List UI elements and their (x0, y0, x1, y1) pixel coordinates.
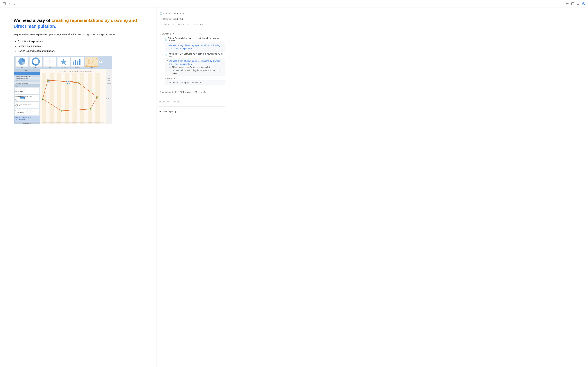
toolbar-left (3, 2, 16, 5)
list-item: Excel is not expressive. (18, 39, 143, 43)
bold-text: expressive (30, 40, 43, 43)
bullet-icon: • (167, 44, 168, 46)
tags-row: # Tags (0) Add tag... (159, 99, 225, 104)
doc-icon-2: 📄 (164, 54, 167, 56)
svg-rect-33 (77, 61, 78, 65)
svg-text:line 2's center.: line 2's center. (16, 91, 23, 92)
svg-text:picture: picture (108, 83, 111, 84)
svg-text:by: by (16, 99, 17, 100)
svg-point-110 (68, 81, 69, 83)
title-highlight-orange: creating representations by drawing and (52, 18, 137, 23)
svg-point-112 (67, 83, 68, 84)
svg-point-104 (78, 82, 79, 83)
svg-text:Draw line 6 from rect's top-le: Draw line 6 from rect's top-left, 21 px … (60, 70, 92, 72)
wb-item-2[interactable]: ⊞ Example (195, 91, 206, 93)
tags-label: # Tags (0) (159, 100, 169, 103)
svg-point-108 (42, 98, 43, 100)
svg-rect-32 (75, 60, 76, 65)
title-highlight-blue: Direct manipulation. (14, 24, 56, 29)
bold-text: dynamic (31, 45, 41, 47)
backlinks-label: Backlinks (3) (162, 33, 174, 35)
text-icon: T↕ (159, 23, 162, 26)
backlink2-link[interactable]: We need a way of creating representation… (169, 59, 223, 66)
svg-point-113 (69, 83, 69, 84)
backlink1-toggle[interactable]: ▼ 📄 Criteria for good dynamic representa… (162, 37, 225, 42)
bullet-icon-2: • (167, 59, 168, 62)
svg-point-105 (96, 97, 98, 98)
article-title: We need a way of creating representation… (14, 18, 143, 29)
view-mode-icon[interactable] (571, 2, 574, 5)
wb-item-1[interactable]: ⊞ Bret Victor (180, 91, 192, 93)
chevron-icon: ❮ (159, 33, 161, 35)
backlink1-link[interactable]: We need a way of creating representation… (169, 44, 223, 50)
add-tag-button[interactable]: Add tag... (173, 100, 182, 103)
created-row: 🕐 Created Jul 9, 2023 (159, 11, 225, 16)
backlinks-header[interactable]: ❮ Backlinks (3) (159, 32, 225, 36)
wb-icon-2: ⊞ (195, 91, 197, 93)
svg-text:pie: pie (21, 67, 22, 68)
svg-text:DAW: DAW (108, 73, 110, 74)
svg-text:pie-star: pie-star (61, 67, 66, 68)
svg-text:Measurements: Measurements (23, 123, 31, 124)
info-icon[interactable]: i (582, 2, 585, 5)
back-button[interactable] (8, 2, 11, 5)
updated-row: 🕐 Updated Jan 2, 2024 (159, 16, 225, 22)
svg-text:by 63.5%.: by 63.5%. (16, 105, 21, 107)
backlink1-title: Criteria for good dynamic representation… (168, 37, 225, 42)
backlink2-sub-item: This example is useful for constructing … (172, 66, 223, 75)
svg-text:bar chart: bar chart (75, 67, 80, 68)
eye-icon: 👁 (159, 110, 162, 113)
created-value: Jul 9, 2023 (173, 12, 184, 15)
svg-text:0.68  0.16  0.68  0.52  0.88  : 0.68 0.16 0.68 0.52 0.88 0.1 (15, 80, 29, 82)
view-popup-button[interactable]: 👁 View in popup (159, 108, 225, 115)
svg-text:FLOW: FLOW (106, 98, 109, 99)
svg-text:Draw line 6 from rect's top-le: Draw line 6 from rect's top-left, (16, 117, 32, 118)
divider-4 (159, 106, 225, 107)
backlink-item-1: ▼ 📄 Criteria for good dynamic representa… (162, 37, 225, 52)
outline-icon[interactable] (576, 2, 580, 5)
toolbar-right: ••• i (566, 2, 585, 5)
svg-point-111 (69, 81, 70, 83)
svg-text:0.9   0.68  0.68  0.52  0.24  : 0.9 0.68 0.68 0.52 0.24 0.1 (15, 78, 28, 79)
backlink3-toggle[interactable]: ▼ ⊞ Bret Victor (162, 77, 225, 80)
forward-button[interactable] (13, 2, 16, 5)
svg-rect-92 (72, 73, 77, 124)
db-icon: ⊞ (164, 77, 166, 80)
svg-text:-18 px vertically.: -18 px vertically. (16, 112, 24, 113)
svg-text:line: line (108, 75, 110, 76)
svg-rect-46 (14, 72, 40, 75)
svg-rect-34 (79, 59, 80, 65)
svg-rect-2 (571, 2, 574, 5)
clock-icon-2: 🕐 (159, 18, 162, 20)
count-row: T↕ Count 37 Words 254 Characters (159, 22, 225, 27)
svg-rect-31 (73, 61, 74, 65)
svg-text:picture: picture (90, 67, 93, 68)
whiteboard-icon: ⊞ (159, 91, 161, 93)
svg-rect-94 (88, 73, 92, 124)
svg-text:grid: grid (49, 67, 51, 68)
updated-value: Jan 2, 2024 (173, 18, 185, 20)
count-value: 37 Words 254 Characters (173, 23, 203, 26)
bold-text: direct manipulation (32, 50, 54, 52)
whiteboards-label: ⊞ Whiteboards (2) (159, 91, 177, 93)
svg-point-106 (90, 108, 91, 110)
media-link[interactable]: Media for Thinking the Unthinkable (169, 81, 202, 84)
backlink1-bullet-row: • We need a way of creating representati… (167, 44, 223, 50)
more-options-icon[interactable]: ••• (566, 2, 569, 5)
wb-icon-1: ⊞ (180, 91, 182, 93)
svg-text:+: + (100, 61, 101, 63)
backlink2-sub-list: This example is useful for constructing … (170, 66, 223, 75)
svg-text:circle: circle (108, 78, 110, 79)
hash-icon: # (159, 100, 161, 103)
backlink2-bullet-row: • We need a way of creating representati… (167, 59, 223, 66)
list-item: Coding is not direct manipulation. (18, 49, 143, 53)
backlink3-title: Bret Victor (167, 77, 177, 80)
svg-text:Draw line 5 from rect 2's bott: Draw line 5 from rect 2's bottom, (16, 110, 33, 111)
backlink2-toggle[interactable]: ▼ 📄 Principles of List Software v1: A pa… (162, 53, 225, 58)
svg-text:Data: Data (25, 70, 28, 71)
whiteboards-row: ⊞ Whiteboards (2) ⊞ Bret Victor ⊞ Exampl… (159, 89, 225, 95)
svg-text:Rotate path around path's star: Rotate path around path's start (16, 96, 32, 97)
sidebar-toggle-icon[interactable] (3, 2, 6, 5)
backlink2-title: Principles of List Software v1: A path t… (168, 53, 225, 58)
doc-icon: 📄 (164, 38, 167, 41)
